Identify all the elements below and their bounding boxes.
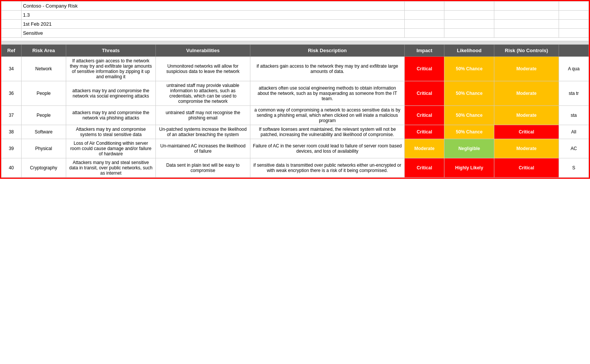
risk-label: Risk <box>2 2 22 11</box>
ref-cell: 40 <box>2 158 22 178</box>
extra-cell: AC <box>559 139 588 158</box>
col-description-header: Risk Description <box>250 45 405 57</box>
vulnerabilities-cell: Un-patched systems increase the likeliho… <box>155 125 250 139</box>
impact-cell: Critical <box>405 81 444 106</box>
risk-cell: Critical <box>494 158 559 178</box>
risk-cell: Moderate <box>494 139 559 158</box>
vulnerabilities-cell: untrained staff may provide valuable inf… <box>155 81 250 106</box>
likelihood-cell: 50% Chance <box>444 125 494 139</box>
area-cell: Software <box>21 125 66 139</box>
data-table-body: 34NetworkIf attackers gain access to the… <box>2 57 589 178</box>
col-risk-header: Risk (No Controls) <box>494 45 559 57</box>
table-row: 34NetworkIf attackers gain access to the… <box>2 57 589 81</box>
threats-cell: Loss of Air Conditioning within server r… <box>66 139 156 158</box>
likelihood-cell: 50% Chance <box>444 106 494 125</box>
area-cell: Cryptography <box>21 158 66 178</box>
description-cell: if sensitive data is transmitted over pu… <box>250 158 405 178</box>
version-label: Vers <box>2 11 22 20</box>
ref-cell: 37 <box>2 106 22 125</box>
risk-cell: Critical <box>494 125 559 139</box>
class-value: Sensitive <box>21 29 404 38</box>
ref-cell: 34 <box>2 57 22 81</box>
extra-cell: sta <box>559 106 588 125</box>
likelihood-cell: Negligible <box>444 139 494 158</box>
risk-cell: Moderate <box>494 81 559 106</box>
risk-cell: Moderate <box>494 57 559 81</box>
table-row: 37Peopleattackers may try and compromise… <box>2 106 589 125</box>
col-likelihood-header: Likelihood <box>444 45 494 57</box>
column-header-row: Ref Risk Area Threats Vulnerabilities Ri… <box>2 45 589 57</box>
likelihood-cell: 50% Chance <box>444 57 494 81</box>
spacer-row-2 <box>2 41 589 45</box>
description-cell: if attackers gain access to the network … <box>250 57 405 81</box>
description-cell: If software licenses arent maintained, t… <box>250 125 405 139</box>
class-label: Clas: <box>2 29 22 38</box>
meta-class-row: Clas: Sensitive <box>2 29 589 38</box>
impact-cell: Critical <box>405 57 444 81</box>
table-row: 38SoftwareAttackers may try and compromi… <box>2 125 589 139</box>
meta-version-row: Vers 1.3 <box>2 11 589 20</box>
table-row: 39PhysicalLoss of Air Conditioning withi… <box>2 139 589 158</box>
col-threats-header: Threats <box>66 45 156 57</box>
area-cell: Network <box>21 57 66 81</box>
date-label: Date <box>2 20 22 29</box>
ref-cell: 36 <box>2 81 22 106</box>
meta-date-row: Date 1st Feb 2021 <box>2 20 589 29</box>
risk-value: Contoso - Company Risk <box>21 2 404 11</box>
col-vulnerabilities-header: Vulnerabilities <box>155 45 250 57</box>
description-cell: Failure of AC in the server room could l… <box>250 139 405 158</box>
extra-cell: S <box>559 158 588 178</box>
area-cell: People <box>21 81 66 106</box>
threats-cell: attackers may try and compromise the net… <box>66 81 156 106</box>
likelihood-cell: Highly Likely <box>444 158 494 178</box>
meta-risk-row: Risk Contoso - Company Risk <box>2 2 589 11</box>
risk-cell: Moderate <box>494 106 559 125</box>
date-value: 1st Feb 2021 <box>21 20 404 29</box>
vulnerabilities-cell: Un-maintained AC increases the likelihoo… <box>155 139 250 158</box>
vulnerabilities-cell: Unmonitored networks will allow for susp… <box>155 57 250 81</box>
impact-cell: Critical <box>405 106 444 125</box>
threats-cell: Attackers may try and compromise systems… <box>66 125 156 139</box>
area-cell: People <box>21 106 66 125</box>
col-impact-header: Impact <box>405 45 444 57</box>
threats-cell: Attackers many try and steal sensitive d… <box>66 158 156 178</box>
table-row: 40CryptographyAttackers many try and ste… <box>2 158 589 178</box>
spacer-row-1 <box>2 38 589 41</box>
extra-cell: All <box>559 125 588 139</box>
col-ref-header: Ref <box>2 45 22 57</box>
description-cell: a common way of compromising a network t… <box>250 106 405 125</box>
threats-cell: If attackers gain access to the network … <box>66 57 156 81</box>
impact-cell: Critical <box>405 125 444 139</box>
impact-cell: Critical <box>405 158 444 178</box>
main-container: Risk Contoso - Company Risk Vers 1.3 Dat… <box>0 0 590 179</box>
col-area-header: Risk Area <box>21 45 66 57</box>
extra-cell: A qua <box>559 57 588 81</box>
likelihood-cell: 50% Chance <box>444 81 494 106</box>
vulnerabilities-cell: Data sent in plain text will be easy to … <box>155 158 250 178</box>
area-cell: Physical <box>21 139 66 158</box>
extra-cell: sta tr <box>559 81 588 106</box>
ref-cell: 39 <box>2 139 22 158</box>
version-value: 1.3 <box>21 11 404 20</box>
description-cell: attackers often use social engineering m… <box>250 81 405 106</box>
threats-cell: attackers may try and compromise the net… <box>66 106 156 125</box>
vulnerabilities-cell: untrained staff may not recognise the ph… <box>155 106 250 125</box>
ref-cell: 38 <box>2 125 22 139</box>
table-row: 36Peopleattackers may try and compromise… <box>2 81 589 106</box>
impact-cell: Moderate <box>405 139 444 158</box>
col-extra-header <box>559 45 588 57</box>
